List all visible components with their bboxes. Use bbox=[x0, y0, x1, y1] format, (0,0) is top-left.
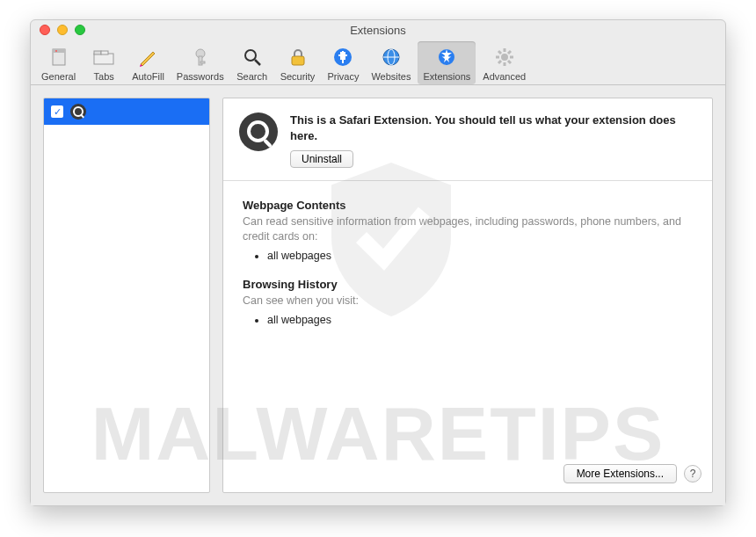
toolbar-label: General bbox=[41, 71, 76, 82]
permission-subtitle: Can see when you visit: bbox=[243, 294, 693, 308]
close-icon[interactable] bbox=[40, 25, 50, 35]
autofill-icon bbox=[135, 45, 160, 69]
preferences-window: Extensions General Tabs AutoFill Passwor… bbox=[30, 19, 726, 506]
toolbar-item-autofill[interactable]: AutoFill bbox=[127, 41, 170, 84]
toolbar-item-security[interactable]: Security bbox=[275, 41, 321, 84]
svg-point-9 bbox=[245, 50, 256, 61]
svg-line-28 bbox=[498, 61, 501, 63]
svg-rect-3 bbox=[94, 54, 113, 64]
tabs-icon bbox=[91, 45, 116, 69]
preferences-toolbar: General Tabs AutoFill Passwords Search bbox=[31, 40, 725, 85]
svg-line-27 bbox=[508, 61, 511, 63]
toolbar-item-passwords[interactable]: Passwords bbox=[171, 41, 229, 84]
toolbar-item-websites[interactable]: Websites bbox=[366, 41, 416, 84]
toolbar-item-search[interactable]: Search bbox=[231, 41, 273, 84]
detail-footer: More Extensions... ? bbox=[563, 464, 701, 483]
svg-line-29 bbox=[508, 51, 511, 54]
title-bar: Extensions bbox=[31, 20, 725, 40]
toolbar-label: Extensions bbox=[423, 71, 470, 82]
toolbar-label: Security bbox=[280, 71, 316, 82]
toolbar-item-advanced[interactable]: Advanced bbox=[477, 41, 531, 84]
extension-permissions: Webpage Contents Can read sensitive info… bbox=[223, 181, 712, 359]
help-button[interactable]: ? bbox=[684, 465, 701, 483]
extensions-sidebar: ✓ bbox=[43, 98, 210, 493]
toolbar-label: Search bbox=[236, 71, 267, 82]
svg-rect-8 bbox=[200, 62, 205, 63]
svg-rect-4 bbox=[94, 51, 101, 54]
minimize-icon[interactable] bbox=[57, 25, 68, 35]
zoom-icon[interactable] bbox=[75, 25, 85, 35]
search-icon bbox=[240, 45, 265, 69]
window-title: Extensions bbox=[350, 24, 406, 37]
security-icon bbox=[286, 45, 310, 69]
permission-item: all webpages bbox=[267, 250, 693, 262]
extension-list-item[interactable]: ✓ bbox=[44, 98, 209, 125]
permission-item: all webpages bbox=[267, 314, 693, 326]
websites-icon bbox=[379, 45, 403, 69]
extension-detail-panel: This is a Safari Extension. You should t… bbox=[222, 98, 713, 493]
permission-title: Webpage Contents bbox=[243, 199, 693, 212]
toolbar-label: Passwords bbox=[177, 71, 224, 82]
extensions-icon bbox=[434, 45, 459, 69]
svg-line-26 bbox=[498, 51, 501, 54]
extension-icon bbox=[239, 112, 278, 151]
svg-rect-11 bbox=[292, 56, 304, 65]
permission-subtitle: Can read sensitive information from webp… bbox=[243, 214, 693, 244]
toolbar-label: Privacy bbox=[327, 71, 359, 82]
toolbar-label: AutoFill bbox=[132, 71, 164, 82]
uninstall-button[interactable]: Uninstall bbox=[290, 150, 353, 168]
permission-title: Browsing History bbox=[243, 278, 693, 291]
content-area: ✓ This is a Safari Extension. You should… bbox=[31, 85, 725, 505]
more-extensions-button[interactable]: More Extensions... bbox=[563, 464, 677, 483]
toolbar-label: Websites bbox=[371, 71, 411, 82]
extension-description: This is a Safari Extension. You should t… bbox=[290, 112, 696, 143]
toolbar-item-privacy[interactable]: Privacy bbox=[322, 41, 364, 84]
search-icon bbox=[70, 104, 86, 120]
svg-point-2 bbox=[55, 50, 57, 52]
toolbar-item-tabs[interactable]: Tabs bbox=[83, 41, 125, 84]
svg-line-10 bbox=[255, 60, 260, 65]
svg-point-21 bbox=[501, 54, 508, 61]
permission-list: all webpages bbox=[267, 314, 693, 326]
toolbar-label: Tabs bbox=[94, 71, 114, 82]
toolbar-label: Advanced bbox=[483, 71, 526, 82]
toolbar-item-general[interactable]: General bbox=[36, 41, 81, 84]
general-icon bbox=[47, 45, 71, 69]
privacy-icon bbox=[331, 45, 355, 69]
permission-list: all webpages bbox=[267, 250, 693, 262]
svg-rect-13 bbox=[340, 52, 345, 60]
extension-enabled-checkbox[interactable]: ✓ bbox=[51, 105, 63, 118]
svg-rect-1 bbox=[53, 49, 65, 53]
toolbar-item-extensions[interactable]: Extensions bbox=[418, 41, 476, 84]
passwords-icon bbox=[188, 45, 213, 69]
window-controls bbox=[40, 25, 85, 35]
advanced-icon bbox=[492, 45, 517, 69]
svg-rect-5 bbox=[101, 51, 108, 54]
extension-header: This is a Safari Extension. You should t… bbox=[223, 98, 712, 181]
